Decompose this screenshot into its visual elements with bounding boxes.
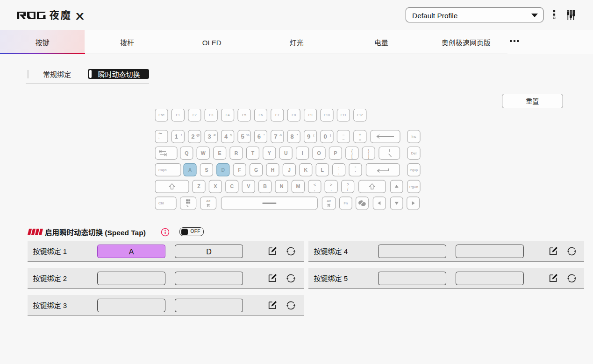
svg-text:B: B — [263, 183, 267, 189]
svg-text:9: 9 — [307, 133, 310, 140]
svg-text:N: N — [280, 183, 284, 189]
svg-text:D: D — [221, 167, 225, 173]
svg-text:F3: F3 — [209, 113, 213, 117]
svg-text:K: K — [304, 167, 308, 173]
svg-text:Q: Q — [185, 150, 188, 156]
svg-text:4: 4 — [224, 133, 228, 140]
svg-text:E: E — [218, 150, 221, 156]
svg-text::: : — [338, 166, 340, 170]
svg-text:F: F — [238, 167, 241, 173]
svg-text:}: } — [368, 149, 369, 154]
svg-text:−: − — [342, 133, 344, 137]
svg-text:”: ” — [355, 166, 356, 170]
svg-text:PgDn: PgDn — [409, 185, 418, 189]
svg-text:F1: F1 — [176, 113, 180, 117]
svg-text:Alt: Alt — [206, 199, 211, 203]
svg-text:0: 0 — [323, 133, 327, 140]
svg-text:L: L — [321, 167, 324, 173]
svg-text:Ins: Ins — [411, 134, 416, 139]
svg-text:;: ; — [338, 170, 340, 175]
svg-text:F12: F12 — [357, 113, 363, 117]
svg-text:*: * — [297, 133, 298, 137]
svg-text:1: 1 — [175, 133, 178, 140]
svg-text:O: O — [317, 150, 321, 156]
svg-text:5: 5 — [241, 133, 244, 140]
svg-text:I: I — [302, 150, 303, 156]
svg-text:8: 8 — [291, 133, 294, 140]
svg-text:F4: F4 — [226, 113, 230, 117]
svg-text:−: − — [342, 137, 344, 142]
svg-text:>: > — [330, 182, 332, 187]
svg-text:]: ] — [368, 154, 369, 159]
svg-text:F10: F10 — [324, 113, 330, 117]
svg-text:): ) — [330, 133, 331, 137]
svg-text:?: ? — [347, 182, 349, 187]
svg-text:G: G — [254, 167, 258, 173]
svg-text:F7: F7 — [275, 113, 279, 117]
svg-text:S: S — [205, 167, 208, 173]
svg-text:A: A — [188, 167, 192, 173]
svg-text:<: < — [314, 182, 316, 187]
svg-text:Caps: Caps — [158, 168, 167, 172]
svg-text:~: ~ — [158, 130, 162, 137]
svg-text:R: R — [235, 150, 238, 156]
svg-text:(: ( — [313, 133, 314, 137]
svg-text:{: { — [351, 149, 353, 154]
svg-text:V: V — [247, 183, 250, 189]
svg-text:P: P — [334, 150, 337, 156]
svg-text:F5: F5 — [242, 113, 246, 117]
svg-text:H: H — [271, 167, 275, 173]
svg-text:W: W — [201, 150, 206, 156]
svg-text:=: = — [359, 137, 361, 142]
svg-text:Ctrl: Ctrl — [158, 201, 164, 205]
svg-text:M: M — [296, 183, 300, 189]
svg-text:Z: Z — [197, 183, 200, 189]
svg-text:U: U — [284, 150, 288, 156]
svg-text:Alt: Alt — [327, 199, 331, 203]
svg-text:6: 6 — [257, 133, 261, 140]
svg-text:$: $ — [230, 133, 232, 137]
svg-text:3: 3 — [208, 133, 211, 140]
svg-text:X: X — [214, 183, 217, 189]
svg-text:Y: Y — [268, 150, 271, 156]
svg-text:%: % — [246, 133, 249, 137]
svg-text:C: C — [230, 183, 234, 189]
svg-text:@: @ — [196, 133, 200, 137]
svg-text:Pgup: Pgup — [410, 168, 418, 172]
svg-text:2: 2 — [191, 133, 194, 140]
svg-text:`: ` — [158, 137, 160, 142]
svg-text:.: . — [330, 187, 332, 192]
svg-text:7: 7 — [274, 133, 277, 140]
svg-text:F11: F11 — [341, 113, 346, 117]
svg-text:!: ! — [181, 133, 182, 137]
svg-text:#: # — [214, 133, 216, 137]
svg-text:F9: F9 — [308, 113, 313, 117]
svg-text:F6: F6 — [259, 113, 263, 117]
svg-text:Fn: Fn — [344, 201, 348, 205]
svg-text:^: ^ — [264, 133, 265, 137]
svg-text:F8: F8 — [292, 113, 296, 117]
svg-text:&: & — [279, 133, 282, 137]
svg-text:F2: F2 — [193, 113, 197, 117]
svg-text:,: , — [314, 187, 315, 192]
svg-text:’: ’ — [355, 170, 356, 175]
svg-text:J: J — [288, 167, 291, 173]
svg-text:T: T — [251, 150, 255, 156]
svg-text:Esc: Esc — [158, 113, 164, 117]
svg-text:+: + — [359, 133, 361, 137]
svg-text:Del: Del — [411, 151, 417, 155]
